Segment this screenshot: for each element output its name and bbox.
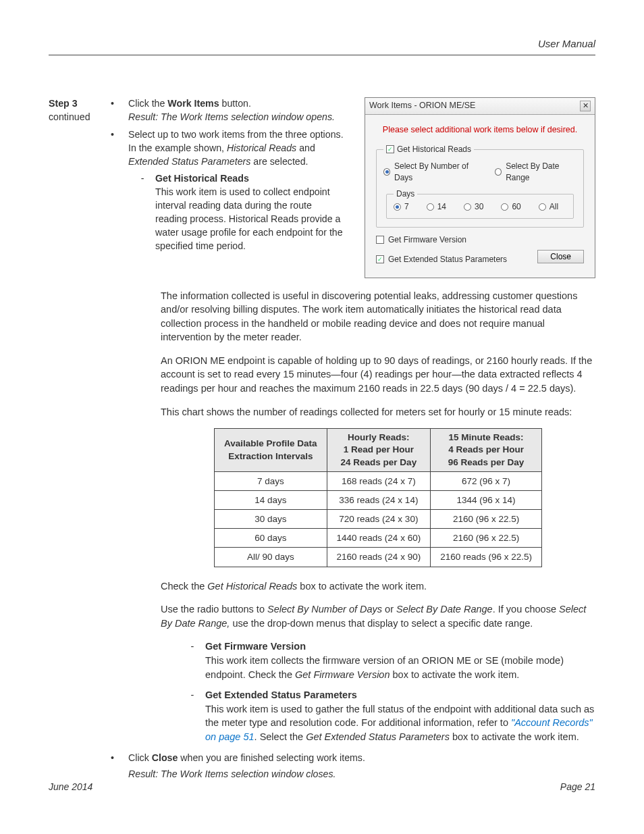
bullet-select-work-items: Select up to two work items from the thr… <box>128 128 346 169</box>
radio-days-60[interactable] <box>501 203 508 211</box>
ghr-block: Get Historical Reads This work item is u… <box>155 172 346 253</box>
step-label: Step 3 <box>49 97 99 111</box>
step-continued: continued <box>49 111 99 124</box>
table-row: All/ 90 days2160 reads (24 x 90)2160 rea… <box>215 548 542 567</box>
close-result: Result: The Work Items selection window … <box>128 768 336 781</box>
check-ghr-paragraph: Check the Get Historical Reads box to ac… <box>161 579 595 594</box>
reads-table: Available Profile DataExtraction Interva… <box>214 428 542 567</box>
footer-page: Page 21 <box>560 781 595 794</box>
dash-icon: - <box>138 172 147 253</box>
bullet-icon: • <box>111 128 120 169</box>
gesp-block: Get Extended Status Parameters This work… <box>205 688 595 744</box>
radio-select-by-days-label: Select By Number of Days <box>394 161 479 184</box>
close-icon[interactable]: ✕ <box>580 101 591 111</box>
ghr-checkbox[interactable]: ✓ <box>386 145 394 153</box>
days-fieldset: Days 7 14 30 60 All <box>386 188 574 219</box>
gesp-checkbox[interactable]: ✓ <box>376 255 384 263</box>
dash-icon: - <box>188 640 197 681</box>
info-paragraph-3: This chart shows the number of readings … <box>161 405 595 419</box>
radio-days-30[interactable] <box>464 203 471 211</box>
table-row: 7 days168 reads (24 x 7)672 (96 x 7) <box>215 471 542 490</box>
table-row: 14 days336 reads (24 x 14)1344 (96 x 14) <box>215 491 542 510</box>
info-paragraph-1: The information collected is useful in d… <box>161 289 595 344</box>
table-row: 30 days720 reads (24 x 30)2160 (96 x 22.… <box>215 510 542 529</box>
info-paragraph-2: An ORION ME endpoint is capable of holdi… <box>161 354 595 396</box>
close-button[interactable]: Close <box>537 250 584 263</box>
bullet-icon: • <box>111 97 120 124</box>
days-legend: Days <box>394 188 417 200</box>
radio-select-by-range-label: Select By Date Range <box>506 161 576 184</box>
radio-select-by-days[interactable] <box>383 168 390 176</box>
radio-select-by-range[interactable] <box>495 168 502 176</box>
dash-icon: - <box>188 688 197 744</box>
gesp-label: Get Extended Status Parameters <box>388 254 507 265</box>
gfv-block: Get Firmware Version This work item coll… <box>205 640 595 681</box>
bullet-click-close: Click Close when you are finished select… <box>128 752 365 765</box>
radio-paragraph: Use the radio buttons to Select By Numbe… <box>161 602 595 630</box>
radio-days-14[interactable] <box>427 203 434 211</box>
bullet-icon: • <box>111 752 120 765</box>
footer-date: June 2014 <box>49 781 92 794</box>
bullet-click-work-items: Click the Work Items button. Result: The… <box>128 97 335 124</box>
page-header: User Manual <box>49 36 595 55</box>
gfv-checkbox[interactable]: ✓ <box>376 236 384 244</box>
radio-days-all[interactable] <box>539 203 546 211</box>
dialog-title: Work Items - ORION ME/SE <box>369 100 475 112</box>
table-row: 60 days1440 reads (24 x 60)2160 (96 x 22… <box>215 529 542 548</box>
dialog-message: Please select additional work items belo… <box>376 124 584 136</box>
radio-days-7[interactable] <box>394 203 401 211</box>
work-items-dialog: Work Items - ORION ME/SE ✕ Please select… <box>365 97 595 278</box>
ghr-legend-label: Get Historical Reads <box>397 144 471 155</box>
gfv-label: Get Firmware Version <box>388 234 466 246</box>
ghr-fieldset: ✓ Get Historical Reads Select By Number … <box>376 144 584 228</box>
